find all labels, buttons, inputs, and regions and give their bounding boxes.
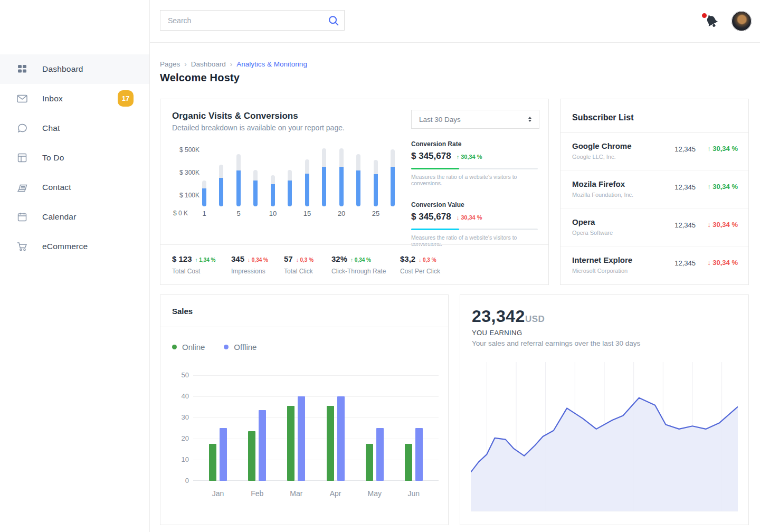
notifications-button[interactable] [701, 12, 720, 31]
stat-delta: ↓ 0,3 % [296, 257, 314, 263]
y-axis-tick: 10 [172, 455, 189, 463]
sidebar-item-label: To Do [42, 153, 64, 163]
subscriber-delta: ↓ 30,34 % [696, 259, 738, 267]
organic-bar [288, 145, 292, 206]
sidebar-item-inbox[interactable]: Inbox 17 [0, 84, 149, 113]
organic-bar [322, 145, 326, 206]
date-range-select[interactable]: Last 30 Days [411, 110, 539, 129]
stat-delta: ↓ 0,34 % [248, 257, 268, 263]
organic-bar [271, 145, 275, 206]
stat-delta: ↑ 0,34 % [350, 257, 371, 263]
sales-bar-group [209, 428, 227, 481]
y-axis-tick: $ 0 K [173, 210, 188, 217]
legend-dot-online [172, 345, 177, 349]
sidebar-item-dashboard[interactable]: Dashboard [0, 54, 149, 84]
subscriber-row-internet-explore: Internet Explore Microsoft Corporation 1… [560, 246, 748, 284]
subscriber-delta: ↑ 30,34 % [696, 183, 738, 191]
y-axis-tick: $ 300K [179, 169, 200, 176]
stat-value: $ 123 [172, 254, 192, 263]
organic-card-subtitle: Detailed breakdown is available on your … [172, 124, 345, 132]
subscriber-row-mozila-firefox: Mozila Firefox Mozilla Foundation, Inc. … [560, 170, 748, 208]
organic-stats-row: $ 123↑ 1,34 % Total Cost 345↓ 0,34 % Imp… [160, 244, 548, 285]
organic-bar [253, 145, 258, 206]
page-title: Welcome Hosty [160, 72, 240, 84]
organic-bar [391, 145, 395, 206]
organic-visits-bar-chart: $ 500K$ 300K$ 100K$ 0 K1510152025 [173, 145, 395, 219]
metric-progress-track [411, 229, 538, 230]
subscriber-delta: ↓ 30,34 % [696, 221, 738, 229]
sales-bar-online [287, 406, 294, 481]
user-avatar[interactable] [732, 11, 752, 31]
sales-bar-group [366, 428, 384, 481]
x-axis-tick: 20 [338, 210, 345, 217]
stat-total-click: 57↓ 0,3 % Total Click [284, 245, 331, 285]
x-axis-tick: 5 [236, 210, 240, 217]
legend-dot-offline [224, 345, 229, 349]
calendar-icon [17, 212, 27, 222]
sales-bar-online [405, 444, 412, 481]
y-axis-tick: $ 100K [179, 192, 200, 199]
x-axis-tick: Mar [286, 489, 307, 498]
x-axis-tick: May [364, 489, 385, 498]
x-axis-tick: 1 [202, 210, 206, 217]
sidebar-item-ecommerce[interactable]: eCommerce [0, 232, 149, 261]
organic-bar [219, 145, 223, 206]
earnings-subtitle: Your sales and referral earnings over th… [472, 339, 640, 347]
breadcrumb-dashboard[interactable]: Dashboard [191, 60, 226, 68]
subscriber-delta: ↑ 30,34 % [696, 145, 738, 153]
metric-delta: ↑ 30,34 % [457, 154, 482, 160]
search-box [160, 10, 345, 31]
shopping-cart-icon [17, 241, 27, 252]
sales-bar-online [327, 406, 334, 481]
legend-item-online: Online [172, 343, 205, 352]
earnings-area-chart [471, 362, 738, 511]
stat-label: Impressions [231, 268, 284, 275]
dashboard-grid-icon [17, 64, 27, 74]
sales-bar-online [366, 444, 373, 481]
breadcrumb-pages[interactable]: Pages [160, 60, 180, 68]
legend-item-offline: Offline [224, 343, 256, 352]
stat-value: $3,2 [400, 254, 415, 263]
breadcrumb: Pages›Dashboard›Analytics & Monitoring [160, 60, 307, 68]
stat-label: Cost Per Click [400, 268, 463, 275]
contact-book-icon [17, 182, 27, 193]
sales-bar-offline [415, 428, 423, 481]
sales-bar-online [209, 444, 216, 481]
subscriber-company: Microsoft Corporation [572, 268, 628, 274]
sidebar-item-chat[interactable]: Chat [0, 113, 149, 143]
stat-value: 57 [284, 254, 293, 263]
earnings-amount: 23,342USD [472, 307, 545, 326]
subscriber-company: Google LLC, Inc. [572, 154, 616, 160]
notification-dot [702, 13, 707, 18]
earnings-label: YOU EARNING [472, 329, 522, 337]
x-axis-tick: Feb [246, 489, 268, 498]
organic-bar [356, 145, 360, 206]
organic-bar [374, 145, 378, 206]
search-input[interactable] [160, 16, 323, 25]
earnings-currency: USD [525, 314, 545, 324]
sales-bar-group [327, 396, 345, 481]
y-axis-tick: 20 [172, 434, 189, 442]
breadcrumb-current[interactable]: Analytics & Monitoring [236, 60, 307, 68]
sidebar-item-label: Dashboard [42, 64, 83, 74]
sidebar-item-contact[interactable]: Contact [0, 173, 149, 202]
earnings-number: 23,342 [472, 307, 525, 326]
search-icon[interactable] [323, 11, 344, 31]
select-caret-icon [528, 117, 531, 122]
sidebar-item-label: eCommerce [42, 242, 88, 251]
sidebar-item-calendar[interactable]: Calendar [0, 202, 149, 232]
sales-plot-area [193, 375, 439, 481]
metric-label: Conversion Rate [411, 140, 538, 148]
subscriber-count: 12,345 [674, 145, 696, 153]
subscriber-name: Opera [572, 217, 595, 226]
sales-bar-group [248, 410, 266, 481]
y-axis-tick: 0 [172, 477, 189, 484]
subscriber-list-title: Subscriber List [572, 113, 633, 122]
legend-label: Offline [234, 343, 256, 352]
sidebar-item-todo[interactable]: To Do [0, 143, 149, 173]
metric-label: Conversion Value [411, 201, 538, 208]
sales-bar-online [248, 431, 255, 481]
conversion-rate-metric: Conversion Rate $ 345,678↑ 30,34 % Measu… [411, 140, 538, 186]
x-axis-tick: 15 [303, 210, 311, 217]
stat-label: Total Click [284, 268, 331, 275]
